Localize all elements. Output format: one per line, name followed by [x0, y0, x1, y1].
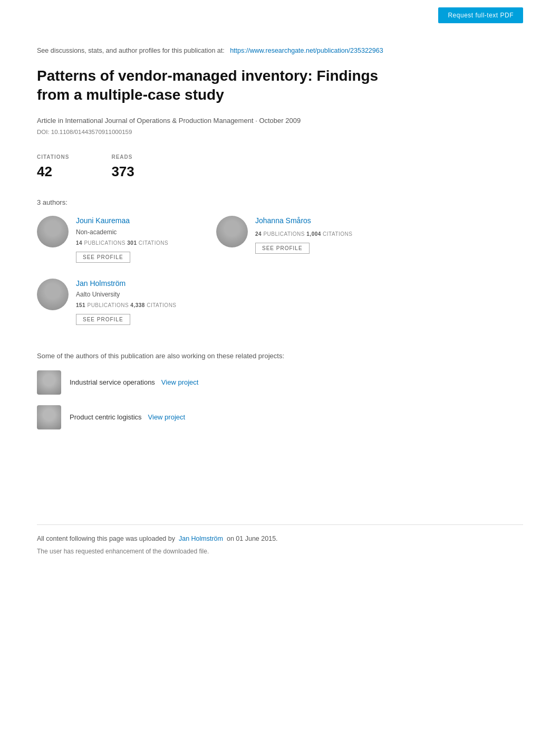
author-cit-count-0: 301 — [127, 240, 137, 246]
journal-line: Article in International Journal of Oper… — [37, 116, 523, 126]
author-name-0[interactable]: Jouni Kauremaa — [76, 216, 168, 226]
footer-upload-text: All content following this page was uplo… — [37, 534, 523, 544]
request-pdf-button[interactable]: Request full-text PDF — [438, 7, 523, 23]
author-info-1: Johanna Småros 24 PUBLICATIONS 1,004 CIT… — [255, 216, 352, 254]
author-pub-label-1: PUBLICATIONS — [263, 231, 305, 237]
stats-section: CITATIONS 42 READS 373 — [37, 154, 523, 181]
authors-heading: 3 authors: — [37, 198, 523, 207]
author-pub-label-2: PUBLICATIONS — [87, 302, 129, 308]
article-type: Article — [37, 117, 56, 125]
footer-uploader-link[interactable]: Jan Holmström — [179, 535, 223, 542]
footer-suffix: on 01 June 2015. — [227, 535, 278, 542]
citations-value: 42 — [37, 162, 69, 181]
project-avatar-0 — [37, 370, 61, 395]
footer-note: The user has requested enhancement of th… — [37, 547, 523, 556]
author-info-2: Jan Holmström Aalto University 151 PUBLI… — [76, 279, 177, 325]
project-info-1: Product centric logistics View project — [70, 413, 185, 422]
doi-line: DOI: 10.1108/01443570911000159 — [37, 128, 523, 136]
author-cit-label-0: CITATIONS — [139, 240, 168, 246]
author-card-1: Johanna Småros 24 PUBLICATIONS 1,004 CIT… — [216, 216, 364, 262]
reads-stat: READS 373 — [111, 154, 134, 181]
author-name-2[interactable]: Jan Holmström — [76, 279, 177, 289]
reads-value: 373 — [111, 162, 134, 181]
author-card-2: Jan Holmström Aalto University 151 PUBLI… — [37, 279, 523, 325]
see-profile-button-2[interactable]: SEE PROFILE — [76, 314, 130, 325]
publication-url[interactable]: https://www.researchgate.net/publication… — [230, 47, 383, 54]
author-cit-label-1: CITATIONS — [323, 231, 352, 237]
meta-section: Article in International Journal of Oper… — [37, 116, 523, 136]
publication-link-row: See discussions, stats, and author profi… — [37, 46, 523, 56]
see-profile-button-1[interactable]: SEE PROFILE — [255, 243, 310, 254]
author-affiliation-2: Aalto University — [76, 290, 177, 299]
citations-stat: CITATIONS 42 — [37, 154, 69, 181]
title-section: Patterns of vendor-managed inventory: Fi… — [37, 66, 523, 105]
project-avatar-1 — [37, 405, 61, 429]
author-pub-count-0: 14 — [76, 240, 82, 246]
author-avatar-2 — [37, 279, 69, 310]
related-heading: Some of the authors of this publication … — [37, 351, 523, 361]
author-pub-count-2: 151 — [76, 302, 85, 308]
authors-section: 3 authors: Jouni Kauremaa Non-academic 1… — [37, 198, 523, 325]
footer-prefix: All content following this page was uplo… — [37, 535, 175, 542]
author-card-0: Jouni Kauremaa Non-academic 14 PUBLICATI… — [37, 216, 185, 262]
author-name-1[interactable]: Johanna Småros — [255, 216, 352, 226]
author-affiliation-0: Non-academic — [76, 228, 168, 237]
author-stats-2: 151 PUBLICATIONS 4,338 CITATIONS — [76, 302, 177, 309]
author-info-0: Jouni Kauremaa Non-academic 14 PUBLICATI… — [76, 216, 168, 262]
view-project-link-0[interactable]: View project — [161, 378, 199, 387]
paper-title: Patterns of vendor-managed inventory: Fi… — [37, 66, 395, 105]
author-stats-0: 14 PUBLICATIONS 301 CITATIONS — [76, 240, 168, 247]
see-profile-button-0[interactable]: SEE PROFILE — [76, 252, 130, 263]
project-row-1: Product centric logistics View project — [37, 405, 523, 429]
view-project-link-1[interactable]: View project — [148, 413, 186, 422]
journal-name: International Journal of Operations & Pr… — [65, 117, 254, 125]
project-row-0: Industrial service operations View proje… — [37, 370, 523, 395]
author-cit-label-2: CITATIONS — [147, 302, 176, 308]
author-avatar-0 — [37, 216, 69, 247]
author-cit-count-1: 1,004 — [306, 231, 321, 237]
footer: All content following this page was uplo… — [37, 524, 523, 565]
author-stats-1: 24 PUBLICATIONS 1,004 CITATIONS — [255, 231, 352, 238]
author-pub-count-1: 24 — [255, 231, 262, 237]
project-name-0: Industrial service operations — [70, 378, 155, 387]
citations-label: CITATIONS — [37, 154, 69, 161]
top-bar: Request full-text PDF — [0, 0, 560, 31]
project-name-1: Product centric logistics — [70, 413, 142, 422]
pub-link-prefix: See discussions, stats, and author profi… — [37, 47, 225, 54]
pub-date: October 2009 — [259, 117, 301, 125]
doi-label: DOI: — [37, 129, 50, 135]
author-pub-label-0: PUBLICATIONS — [84, 240, 125, 246]
doi-value: 10.1108/01443570911000159 — [51, 129, 132, 135]
article-preposition: in — [58, 117, 63, 125]
project-info-0: Industrial service operations View proje… — [70, 378, 198, 387]
reads-label: READS — [111, 154, 134, 161]
author-avatar-1 — [216, 216, 248, 247]
meta-separator: · — [255, 117, 257, 125]
related-projects-section: Some of the authors of this publication … — [37, 351, 523, 429]
author-cit-count-2: 4,338 — [130, 302, 145, 308]
